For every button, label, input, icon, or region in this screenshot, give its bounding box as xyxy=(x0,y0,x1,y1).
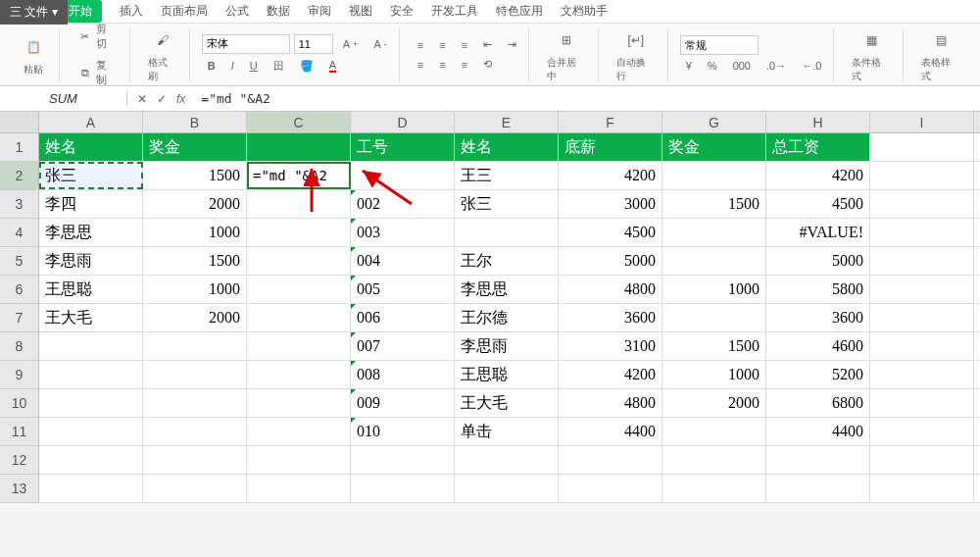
cell-h2[interactable]: 4200 xyxy=(766,162,870,189)
cell-e8[interactable]: 李思雨 xyxy=(455,332,559,360)
cell-b2[interactable]: 1500 xyxy=(143,162,247,189)
cell-d2[interactable] xyxy=(351,162,455,189)
cell-b4[interactable]: 1000 xyxy=(143,219,247,246)
cell-f1[interactable]: 底薪 xyxy=(559,133,662,161)
accept-formula-button[interactable]: ✓ xyxy=(157,92,167,106)
cell-h13[interactable] xyxy=(766,475,870,502)
cell-f13[interactable] xyxy=(559,475,662,502)
cell-f9[interactable]: 4200 xyxy=(559,361,662,388)
cell-f2[interactable]: 4200 xyxy=(559,162,662,189)
cell-i11[interactable] xyxy=(870,418,974,445)
cell-b6[interactable]: 1000 xyxy=(143,276,247,303)
cell-h8[interactable]: 4600 xyxy=(766,332,870,360)
dec-decrease-button[interactable]: ←.0 xyxy=(796,58,827,74)
menu-page-layout[interactable]: 页面布局 xyxy=(161,3,208,20)
name-box[interactable]: SUM xyxy=(0,91,127,106)
col-head-d[interactable]: D xyxy=(351,112,455,132)
select-all-corner[interactable] xyxy=(0,112,39,132)
cell-d6[interactable]: 005 xyxy=(351,276,455,303)
menu-review[interactable]: 审阅 xyxy=(308,3,331,20)
cell-c5[interactable] xyxy=(247,247,351,275)
cell-b9[interactable] xyxy=(143,361,247,388)
align-middle-button[interactable]: ≡ xyxy=(433,37,451,53)
cell-c7[interactable] xyxy=(247,304,351,331)
cell-g13[interactable] xyxy=(662,475,766,502)
menu-doc-assist[interactable]: 文档助手 xyxy=(561,3,608,20)
row-head-4[interactable]: 4 xyxy=(0,219,38,247)
cell-a7[interactable]: 王大毛 xyxy=(39,304,143,331)
cell-c6[interactable] xyxy=(247,276,351,303)
cell-c8[interactable] xyxy=(247,332,351,360)
cell-i13[interactable] xyxy=(870,475,974,502)
formula-input[interactable]: ="md "&A2 xyxy=(195,91,980,106)
col-head-a[interactable]: A xyxy=(39,112,143,132)
row-head-3[interactable]: 3 xyxy=(0,190,38,219)
cell-c10[interactable] xyxy=(247,389,351,417)
col-head-b[interactable]: B xyxy=(143,112,247,132)
cell-g11[interactable] xyxy=(662,418,766,445)
row-head-9[interactable]: 9 xyxy=(0,361,38,389)
cell-i1[interactable] xyxy=(870,133,974,161)
cell-a8[interactable] xyxy=(39,332,143,360)
indent-right-button[interactable]: ⇥ xyxy=(502,36,522,53)
cell-g12[interactable] xyxy=(662,446,766,474)
cell-e5[interactable]: 王尔 xyxy=(455,247,559,275)
cell-c1[interactable] xyxy=(247,133,351,161)
cond-format-button[interactable]: ▦ 条件格式 xyxy=(846,25,897,85)
menu-insert[interactable]: 插入 xyxy=(120,3,143,20)
cell-g6[interactable]: 1000 xyxy=(662,276,766,303)
cell-d10[interactable]: 009 xyxy=(351,389,455,417)
row-head-10[interactable]: 10 xyxy=(0,389,38,418)
cell-h3[interactable]: 4500 xyxy=(766,190,870,218)
cell-i3[interactable] xyxy=(870,190,974,218)
cell-a9[interactable] xyxy=(39,361,143,388)
cell-b11[interactable] xyxy=(143,418,247,445)
row-head-12[interactable]: 12 xyxy=(0,446,38,475)
cell-f10[interactable]: 4800 xyxy=(559,389,662,417)
underline-button[interactable]: U xyxy=(244,58,264,74)
cell-b8[interactable] xyxy=(143,332,247,360)
row-head-8[interactable]: 8 xyxy=(0,332,38,361)
cell-a6[interactable]: 王思聪 xyxy=(39,276,143,303)
align-top-button[interactable]: ≡ xyxy=(412,37,429,53)
align-bottom-button[interactable]: ≡ xyxy=(456,37,473,53)
cell-c3[interactable] xyxy=(247,190,351,218)
fx-icon[interactable]: fx xyxy=(176,92,185,106)
cell-h4[interactable]: #VALUE! xyxy=(766,219,870,246)
row-head-13[interactable]: 13 xyxy=(0,475,38,503)
cell-i7[interactable] xyxy=(870,304,974,331)
cell-e12[interactable] xyxy=(455,446,559,474)
cell-e7[interactable]: 王尔德 xyxy=(455,304,559,331)
cell-d11[interactable]: 010 xyxy=(351,418,455,445)
cell-g4[interactable] xyxy=(662,219,766,246)
cell-b7[interactable]: 2000 xyxy=(143,304,247,331)
cell-h12[interactable] xyxy=(766,446,870,474)
cell-g1[interactable]: 奖金 xyxy=(662,133,766,161)
row-head-5[interactable]: 5 xyxy=(0,247,38,276)
cell-d1[interactable]: 工号 xyxy=(351,133,455,161)
menu-devtools[interactable]: 开发工具 xyxy=(431,3,478,20)
number-format-select[interactable] xyxy=(680,35,759,55)
cell-a2[interactable]: 张三 xyxy=(39,162,143,189)
cell-a1[interactable]: 姓名 xyxy=(39,133,143,161)
cell-a11[interactable] xyxy=(39,418,143,445)
cell-e6[interactable]: 李思思 xyxy=(455,276,559,303)
orientation-button[interactable]: ⟲ xyxy=(477,56,498,73)
cell-a10[interactable] xyxy=(39,389,143,417)
cell-d8[interactable]: 007 xyxy=(351,332,455,360)
cell-i8[interactable] xyxy=(870,332,974,360)
decrease-font-button[interactable]: A- xyxy=(368,36,392,52)
cell-e11[interactable]: 单击 xyxy=(455,418,559,445)
file-menu[interactable]: 三 文件 ▾ xyxy=(0,0,68,25)
fill-color-button[interactable]: 🪣 xyxy=(294,58,319,75)
col-head-c[interactable]: C xyxy=(247,112,351,132)
cell-d13[interactable] xyxy=(351,475,455,502)
cell-a4[interactable]: 李思思 xyxy=(39,219,143,246)
increase-font-button[interactable]: A+ xyxy=(337,36,365,52)
cell-h10[interactable]: 6800 xyxy=(766,389,870,417)
row-head-6[interactable]: 6 xyxy=(0,276,38,304)
cell-e10[interactable]: 王大毛 xyxy=(455,389,559,417)
cell-f11[interactable]: 4400 xyxy=(559,418,662,445)
cell-a5[interactable]: 李思雨 xyxy=(39,247,143,275)
dec-increase-button[interactable]: .0→ xyxy=(760,58,792,74)
